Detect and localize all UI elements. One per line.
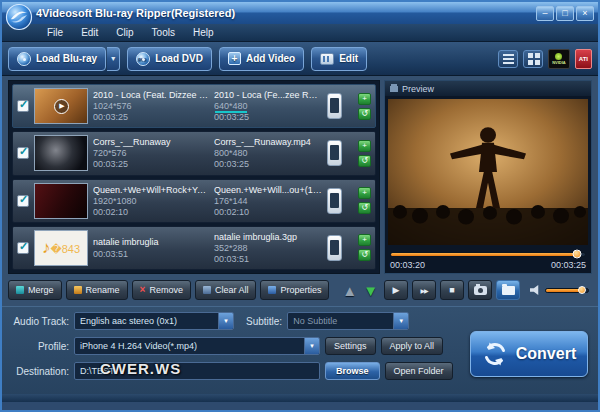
source-duration: 00:03:51	[93, 249, 209, 259]
output-name: Queen.+We+Will...ou+(1981).3gp	[214, 185, 322, 195]
seek-track[interactable]	[390, 252, 586, 257]
subtitle-value: No Subtitle	[288, 316, 393, 326]
row-settings-button[interactable]: +	[358, 93, 371, 105]
current-time: 00:03:20	[390, 260, 425, 270]
source-resolution: 720*576	[93, 148, 209, 158]
remove-icon: ×	[140, 286, 146, 294]
music-note-icon: ♪�843	[42, 239, 80, 256]
row-settings-button[interactable]: +	[358, 140, 371, 152]
convert-button[interactable]: Convert	[470, 331, 588, 377]
output-name: 2010 - Loca (Fe...zee Rascal).mp4	[214, 90, 322, 100]
merge-button[interactable]: Merge	[8, 280, 62, 300]
chevron-down-icon[interactable]: ▼	[393, 313, 408, 329]
stop-button[interactable]	[440, 280, 464, 300]
file-row-4[interactable]: ♪�843 natalie imbruglia 00:03:51 natalie…	[12, 226, 376, 270]
close-button[interactable]: ×	[576, 6, 594, 21]
target-device-icon	[327, 140, 342, 166]
properties-button[interactable]: Properties	[260, 280, 329, 300]
speaker-icon[interactable]	[530, 285, 541, 295]
apply-to-all-label: Apply to All	[390, 341, 435, 351]
subtitle-select[interactable]: No Subtitle ▼	[287, 312, 409, 330]
destination-input[interactable]: D:\TEST	[74, 362, 320, 380]
preview-label: Preview	[402, 84, 434, 94]
audio-track-label: Audio Track:	[10, 316, 74, 327]
merge-label: Merge	[28, 285, 54, 295]
volume-handle[interactable]	[578, 286, 586, 294]
load-dvd-button[interactable]: DVD Load DVD	[127, 47, 212, 71]
play-button[interactable]	[384, 280, 408, 300]
row-refresh-button[interactable]: ↺	[358, 202, 371, 214]
list-view-button[interactable]	[498, 50, 518, 68]
video-frame	[388, 99, 588, 245]
device-screen	[330, 145, 339, 160]
ati-badge: ATI	[575, 49, 592, 69]
snapshot-folder-button[interactable]	[496, 280, 520, 300]
load-bluray-dropdown-arrow[interactable]: ▼	[107, 47, 120, 71]
source-info: Corrs_-__Runaway 720*576 00:03:25	[93, 137, 209, 169]
main-area: ▶ 2010 - Loca (Feat. Dizzee Rascal) 1024…	[2, 76, 598, 306]
maximize-button[interactable]: □	[556, 6, 574, 21]
browse-label: Browse	[336, 366, 369, 376]
minimize-button[interactable]: –	[536, 6, 554, 21]
window-controls: – □ ×	[536, 6, 598, 21]
browse-button[interactable]: Browse	[325, 362, 380, 380]
profile-select[interactable]: iPhone 4 H.264 Video(*.mp4) ▼	[74, 337, 320, 355]
playback-controls	[384, 278, 592, 302]
row-checkbox[interactable]	[17, 100, 29, 112]
row-checkbox[interactable]	[17, 147, 29, 159]
open-folder-button[interactable]: Open Folder	[385, 362, 453, 380]
source-info: Queen.+We+Will+Rock+You+(1981) 1920*1080…	[93, 185, 209, 217]
file-row-1[interactable]: ▶ 2010 - Loca (Feat. Dizzee Rascal) 1024…	[12, 84, 376, 128]
row-checkbox[interactable]	[17, 195, 29, 207]
edit-button[interactable]: Edit	[311, 47, 367, 71]
settings-button[interactable]: Settings	[325, 337, 376, 355]
apply-to-all-button[interactable]: Apply to All	[381, 337, 444, 355]
seek-bar[interactable]	[390, 248, 586, 260]
clear-all-icon	[203, 286, 211, 294]
audio-track-select[interactable]: English aac stereo (0x1) ▼	[74, 312, 234, 330]
load-bluray-button[interactable]: Load Blu-ray	[8, 47, 106, 71]
nvidia-badge: NVIDIA	[548, 49, 570, 69]
file-list-column: ▶ 2010 - Loca (Feat. Dizzee Rascal) 1024…	[8, 80, 380, 302]
row-checkbox[interactable]	[17, 242, 29, 254]
chevron-down-icon[interactable]: ▼	[304, 338, 319, 354]
output-resolution: 176*144	[214, 196, 322, 206]
row-refresh-button[interactable]: ↺	[358, 108, 371, 120]
menu-help[interactable]: Help	[184, 26, 223, 39]
list-view-icon	[503, 54, 514, 56]
rename-icon	[74, 286, 82, 294]
menu-file[interactable]: File	[38, 26, 72, 39]
source-info: natalie imbruglia 00:03:51	[93, 237, 209, 259]
row-settings-button[interactable]: +	[358, 187, 371, 199]
convert-label: Convert	[516, 345, 576, 363]
move-down-button[interactable]: ▼	[363, 283, 378, 298]
row-settings-button[interactable]: +	[358, 234, 371, 246]
video-thumbnail	[34, 183, 88, 219]
total-time: 00:03:25	[551, 260, 586, 270]
row-refresh-button[interactable]: ↺	[358, 249, 371, 261]
menu-clip[interactable]: Clip	[107, 26, 142, 39]
output-duration: 00:03:51	[214, 254, 322, 264]
move-up-button[interactable]: ▲	[342, 283, 357, 298]
file-row-3[interactable]: Queen.+We+Will+Rock+You+(1981) 1920*1080…	[12, 179, 376, 223]
step-forward-button[interactable]	[412, 280, 436, 300]
bluray-disc-icon	[17, 52, 31, 66]
row-refresh-button[interactable]: ↺	[358, 155, 371, 167]
chevron-down-icon[interactable]: ▼	[218, 313, 233, 329]
device-screen	[330, 98, 339, 113]
file-row-2[interactable]: Corrs_-__Runaway 720*576 00:03:25 Corrs_…	[12, 131, 376, 175]
thumbnail-view-button[interactable]	[523, 50, 543, 68]
add-video-button[interactable]: + Add Video	[219, 47, 304, 71]
menu-bar: File Edit Clip Tools Help	[2, 24, 598, 42]
seek-handle[interactable]	[573, 250, 582, 259]
preview-icon	[390, 86, 398, 92]
output-resolution: 800*480	[214, 148, 322, 158]
menu-edit[interactable]: Edit	[72, 26, 107, 39]
volume-slider[interactable]	[545, 288, 589, 293]
clear-all-button[interactable]: Clear All	[195, 280, 257, 300]
snapshot-button[interactable]	[468, 280, 492, 300]
output-info: Queen.+We+Will...ou+(1981).3gp 176*144 0…	[214, 185, 322, 217]
menu-tools[interactable]: Tools	[143, 26, 184, 39]
rename-button[interactable]: Rename	[66, 280, 128, 300]
remove-button[interactable]: × Remove	[132, 280, 191, 300]
